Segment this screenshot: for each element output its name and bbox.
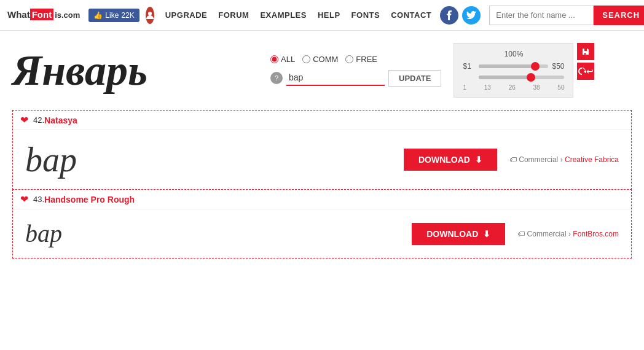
slider-num-13: 13: [484, 84, 491, 91]
font-name-2[interactable]: Handsome Pro Rough: [44, 195, 135, 204]
download-button-1[interactable]: DOWNLOAD ⬇: [404, 149, 497, 171]
preview-text-input[interactable]: [286, 70, 385, 86]
thumbs-up-icon: 👍: [93, 11, 103, 20]
twitter-button[interactable]: [462, 6, 481, 25]
radio-comm-label[interactable]: COMM: [302, 55, 338, 64]
font-preview-text-1: bap: [25, 140, 404, 179]
svg-point-0: [148, 12, 152, 15]
radio-all[interactable]: [270, 55, 278, 63]
main-preview-text: Январь: [12, 49, 258, 92]
search-bar: SEARCH: [489, 6, 644, 25]
slider-percent: 100%: [463, 50, 564, 58]
nav-examples[interactable]: EXAMPLES: [260, 10, 307, 20]
nav-contact[interactable]: CONTACT: [391, 10, 431, 20]
rating-slider-row: [463, 76, 564, 79]
price-min-label: $1: [463, 62, 475, 71]
logo[interactable]: WhatFont is.com: [7, 10, 80, 20]
license-source-2[interactable]: FontBros.com: [573, 230, 619, 238]
radio-free-text: FREE: [356, 55, 377, 64]
font-body-2: bap DOWNLOAD ⬇ 🏷 Commercial › FontBros.c…: [13, 209, 631, 258]
font-header-2: ❤ 43. Handsome Pro Rough: [13, 190, 631, 209]
slider-num-38: 38: [533, 84, 540, 91]
slider-nums: 1 13 26 38 50: [463, 84, 564, 91]
slider-container: 100% $1 $50 1: [454, 43, 573, 98]
controls-panel: ALL COMM FREE ? UPDATE: [270, 55, 441, 87]
search-button[interactable]: SEARCH: [594, 6, 644, 25]
save-button[interactable]: [577, 43, 594, 60]
social-icons: [440, 6, 481, 25]
font-result-2: ❤ 43. Handsome Pro Rough bap DOWNLOAD ⬇ …: [12, 189, 632, 259]
radio-free-label[interactable]: FREE: [345, 55, 377, 64]
heart-icon-2[interactable]: ❤: [20, 193, 28, 205]
like-count: 22K: [121, 11, 134, 20]
refresh-button[interactable]: ↩: [577, 63, 594, 80]
help-icon[interactable]: ?: [270, 72, 283, 84]
license-label-2: Commercial: [527, 230, 567, 238]
search-input[interactable]: [489, 6, 594, 25]
license-info-2: 🏷 Commercial › FontBros.com: [517, 230, 619, 238]
logo-what: WhatFont: [7, 10, 53, 20]
font-preview-text-2: bap: [25, 219, 412, 248]
price-slider-track[interactable]: [479, 64, 548, 68]
download-icon-1: ⬇: [475, 155, 482, 165]
action-icons: ↩: [577, 43, 594, 80]
font-body-1: bap DOWNLOAD ⬇ 🏷 Commercial › Creative F…: [13, 130, 631, 189]
radio-comm[interactable]: [302, 55, 310, 63]
nav-upgrade[interactable]: UPGRADE: [165, 10, 208, 20]
facebook-button[interactable]: [440, 6, 458, 25]
radio-all-text: ALL: [281, 55, 295, 64]
download-icon-2: ⬇: [483, 229, 490, 239]
license-label-1: Commercial: [519, 155, 558, 164]
main-content: Январь ALL COMM FREE ? UPDATE: [0, 31, 644, 265]
user-icon[interactable]: [146, 7, 154, 24]
nav-help[interactable]: HELP: [318, 10, 340, 20]
license-info-1: 🏷 Commercial › Creative Fabrica: [509, 155, 619, 164]
tag-icon-2: 🏷: [517, 230, 527, 238]
tag-icon-1: 🏷: [509, 155, 519, 164]
filter-radio-group: ALL COMM FREE: [270, 55, 441, 64]
logo-is: is.com: [55, 10, 80, 20]
nav-forum[interactable]: FORUM: [218, 10, 249, 20]
slider-panel: 100% $1 $50 1: [454, 43, 573, 98]
heart-icon-1[interactable]: ❤: [20, 114, 28, 126]
nav-fonts[interactable]: FONTS: [351, 10, 380, 20]
license-arrow-1: ›: [560, 155, 565, 164]
font-number-1: 42.: [33, 115, 44, 125]
font-number-2: 43.: [33, 195, 44, 204]
slider-num-50: 50: [557, 84, 564, 91]
like-label: Like: [105, 11, 119, 20]
radio-all-label[interactable]: ALL: [270, 55, 295, 64]
header: WhatFont is.com 👍 Like 22K UPGRADE FORUM…: [0, 0, 644, 31]
slider-num-26: 26: [509, 84, 516, 91]
rating-slider-thumb[interactable]: [527, 73, 535, 82]
main-nav: UPGRADE FORUM EXAMPLES HELP FONTS CONTAC…: [165, 10, 432, 20]
download-label-2: DOWNLOAD: [426, 229, 478, 239]
rating-slider-track[interactable]: [479, 76, 564, 79]
radio-comm-text: COMM: [313, 55, 338, 64]
text-input-row: ? UPDATE: [270, 70, 441, 87]
price-max-label: $50: [552, 62, 564, 71]
font-result-1: ❤ 42. Natasya bap DOWNLOAD ⬇ 🏷 Commercia…: [12, 110, 632, 190]
radio-free[interactable]: [345, 55, 353, 63]
update-button[interactable]: UPDATE: [388, 70, 441, 87]
fb-like-button[interactable]: 👍 Like 22K: [88, 9, 139, 22]
font-header-1: ❤ 42. Natasya: [13, 111, 631, 130]
license-source-1[interactable]: Creative Fabrica: [565, 155, 619, 164]
price-slider-thumb[interactable]: [531, 62, 540, 71]
slider-num-1: 1: [463, 84, 466, 91]
font-name-1[interactable]: Natasya: [44, 115, 77, 125]
download-label-1: DOWNLOAD: [418, 155, 470, 165]
price-slider-row: $1 $50: [463, 62, 564, 71]
top-panel: Январь ALL COMM FREE ? UPDATE: [12, 43, 632, 98]
font-results-list: ❤ 42. Natasya bap DOWNLOAD ⬇ 🏷 Commercia…: [12, 110, 632, 259]
download-button-2[interactable]: DOWNLOAD ⬇: [412, 223, 505, 245]
